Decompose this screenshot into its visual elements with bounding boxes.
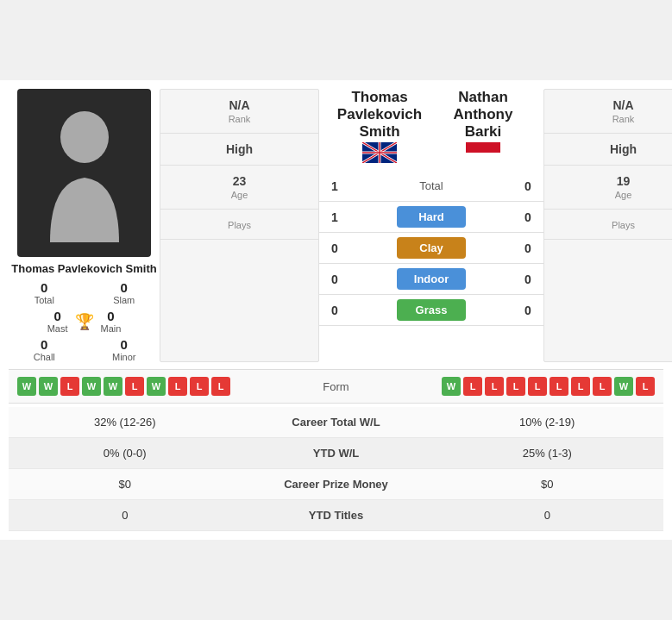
player1-rank-row: N/A Rank (160, 90, 318, 134)
player2-name-flag: NathanAnthonyBarki (431, 89, 535, 167)
svg-point-0 (60, 111, 109, 163)
stat-right: 0 (431, 500, 664, 530)
player2-age-row: 19 Age (544, 166, 672, 210)
player1-flag (362, 142, 397, 167)
form-pill: L (550, 377, 568, 396)
player1-main-val: 0 (107, 309, 114, 323)
player1-plays-row: Plays (160, 210, 318, 240)
grass-p2-score: 0 (519, 304, 537, 317)
player1-slam-val: 0 (89, 280, 160, 295)
player1-total-block: 0 Total (9, 280, 80, 305)
player2-age-label: Age (555, 190, 672, 200)
player1-stats: 0 Total 0 Slam 0 Mast 🏆 0 Main (9, 280, 160, 362)
hard-p1-score: 1 (326, 210, 343, 224)
indoor-p2-score: 0 (519, 272, 537, 286)
player1-chall-val: 0 (9, 337, 80, 352)
surface-rows: 1 Total 0 1 Hard 0 0 Clay 0 0 Indoor (319, 171, 543, 326)
form-pill: L (571, 377, 590, 396)
stat-left: 0 (9, 500, 242, 530)
total-label: Total (397, 175, 466, 197)
form-section: WWLWWLWLLL Form WLLLLLLLWL (9, 369, 663, 404)
player1-mast-val: 0 (53, 309, 60, 323)
player1-slam-label: Slam (89, 295, 160, 305)
form-label: Form (302, 380, 371, 393)
form-pill: W (17, 377, 36, 396)
form-pill: W (39, 377, 58, 396)
stat-center: Career Total W/L (242, 407, 431, 437)
hard-button[interactable]: Hard (397, 206, 466, 228)
player1-mast-label: Mast (47, 323, 68, 334)
player1-age-label: Age (171, 190, 308, 200)
form-pill: L (636, 377, 655, 396)
player1-total-val: 0 (9, 280, 80, 295)
player2-detail-col: N/A Rank High 19 Age Plays (543, 89, 672, 362)
player1-rank-label: Rank (171, 114, 308, 124)
player1-plays-label: Plays (171, 220, 308, 230)
player1-total-label: Total (9, 295, 80, 305)
player1-form-pills: WWLWWLWLLL (17, 377, 302, 396)
form-pill: L (125, 377, 144, 396)
svg-rect-10 (466, 142, 500, 153)
player2-high-val: High (555, 142, 672, 156)
grass-row: 0 Grass 0 (319, 295, 543, 326)
player2-plays-label: Plays (555, 220, 672, 230)
player1-minor-block: 0 Minor (89, 337, 160, 362)
bottom-stats: 32% (12-26) Career Total W/L 10% (2-19) … (9, 407, 663, 531)
form-pill: L (190, 377, 209, 396)
names-row: ThomasPavlekovichSmith (319, 89, 543, 167)
center-section: ThomasPavlekovichSmith (319, 89, 543, 362)
form-pill: L (506, 377, 525, 396)
stat-left: 32% (12-26) (9, 407, 242, 437)
player2-flag (466, 142, 500, 167)
total-p2-score: 0 (519, 179, 537, 193)
player1-rank-val: N/A (171, 98, 308, 112)
form-pill: W (147, 377, 166, 396)
player2-form-pills: WLLLLLLLWL (371, 377, 656, 396)
player2-age-val: 19 (555, 174, 672, 188)
stat-row: 32% (12-26) Career Total W/L 10% (2-19) (9, 407, 663, 438)
stat-center: YTD Titles (242, 500, 431, 530)
grass-button[interactable]: Grass (397, 299, 466, 321)
player1-age-row: 23 Age (160, 166, 318, 210)
form-pill: L (168, 377, 187, 396)
player1-chall-block: 0 Chall (9, 337, 80, 362)
player1-minor-val: 0 (89, 337, 160, 352)
player1-main-label: Main (101, 323, 122, 334)
player1-age-val: 23 (171, 174, 308, 188)
player1-mast-block: 0 Mast (47, 309, 68, 334)
indoor-row: 0 Indoor 0 (319, 264, 543, 295)
player1-high-val: High (171, 142, 308, 156)
player2-rank-val: N/A (555, 98, 672, 112)
hard-row: 1 Hard 0 (319, 202, 543, 233)
stat-right: $0 (431, 469, 664, 499)
grass-p1-score: 0 (326, 304, 343, 317)
player1-minor-label: Minor (89, 352, 160, 362)
player1-center-name: ThomasPavlekovichSmith (337, 89, 422, 141)
player1-name: Thomas Pavlekovich Smith (11, 262, 156, 275)
form-pill: L (593, 377, 612, 396)
clay-button[interactable]: Clay (397, 237, 466, 259)
stat-center: Career Prize Money (242, 469, 431, 499)
indoor-p1-score: 0 (326, 272, 343, 286)
total-p1-score: 1 (326, 179, 343, 193)
form-pill: W (442, 377, 461, 396)
trophy-icon: 🏆 (75, 312, 94, 331)
player1-card: Thomas Pavlekovich Smith 0 Total 0 Slam … (9, 89, 160, 362)
indoor-button[interactable]: Indoor (397, 268, 466, 290)
stat-left: $0 (9, 469, 242, 499)
svg-rect-11 (466, 153, 500, 163)
player2-center-name: NathanAnthonyBarki (454, 89, 513, 141)
player2-rank-row: N/A Rank (544, 90, 672, 134)
form-pill: W (614, 377, 633, 396)
stat-center: YTD W/L (242, 438, 431, 468)
clay-p1-score: 0 (326, 241, 343, 255)
player1-name-flag: ThomasPavlekovichSmith (328, 89, 431, 167)
total-row: 1 Total 0 (319, 171, 543, 202)
form-pill: L (211, 377, 230, 396)
stat-row: 0% (0-0) YTD W/L 25% (1-3) (9, 438, 663, 469)
player2-rank-label: Rank (555, 114, 672, 124)
form-pill: L (485, 377, 504, 396)
player1-chall-label: Chall (9, 352, 80, 362)
main-container: Thomas Pavlekovich Smith 0 Total 0 Slam … (0, 80, 672, 540)
player1-trophy-row: 0 Mast 🏆 0 Main (9, 309, 160, 334)
